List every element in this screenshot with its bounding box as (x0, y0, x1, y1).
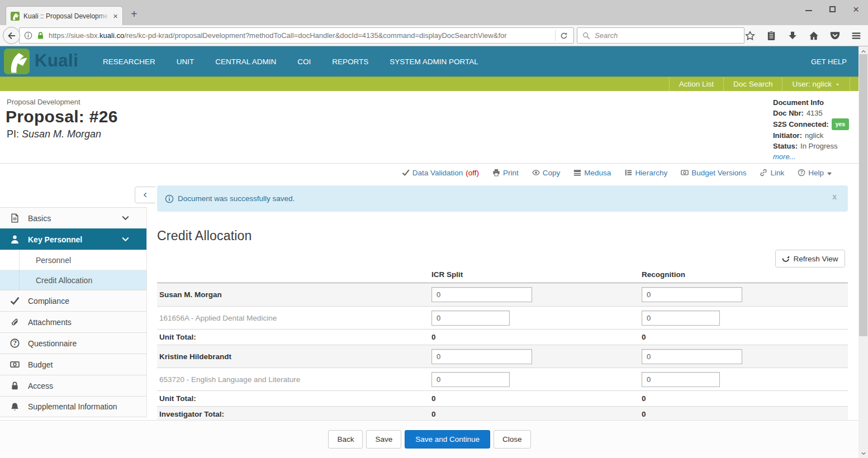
sidebar-item-attachments[interactable]: Attachments (0, 311, 146, 332)
expand-caret-icon (121, 235, 130, 244)
home-icon[interactable] (809, 31, 819, 41)
sidebar-item-budget[interactable]: Budget (0, 354, 146, 375)
toolbar-data-validation[interactable]: Data Validation(off) (402, 169, 479, 177)
search-input[interactable] (595, 31, 739, 40)
hierarchy-icon (624, 169, 632, 176)
browser-action-icons (745, 25, 861, 46)
scrollbar-thumb[interactable] (859, 54, 867, 336)
secure-lock-icon (36, 31, 45, 40)
compliance-icon (10, 296, 20, 306)
recognition-total: 0 (642, 391, 646, 407)
nav-central-admin[interactable]: CENTRAL ADMIN (205, 58, 287, 66)
downloads-icon[interactable] (788, 31, 798, 41)
actionbar-user-nglick[interactable]: User: nglick (782, 77, 850, 91)
table-row: Unit Total:00 (157, 390, 848, 406)
sidebar-item-credit-allocation[interactable]: Credit Allocation (0, 270, 146, 290)
browser-tab[interactable]: Kuali :: Proposal Developme × (6, 6, 123, 25)
nav-reports[interactable]: REPORTS (321, 58, 379, 66)
close-button[interactable]: Close (494, 430, 531, 449)
icr-split-input[interactable] (431, 311, 510, 326)
sidebar-item-basics[interactable]: Basics (0, 207, 146, 228)
document-info: Document InfoDoc Nbr:4135S2S Connected:y… (773, 97, 849, 162)
sidebar-item-supplemental-information[interactable]: Supplemental Information (0, 396, 146, 417)
get-help-link[interactable]: GET HELP (811, 46, 847, 77)
refresh-icon (782, 255, 790, 263)
kuali-logo-icon[interactable] (4, 49, 30, 74)
recognition-input[interactable] (642, 349, 742, 364)
table-row: 653720 - English Language and Literature (157, 368, 848, 390)
new-tab-button[interactable]: + (131, 8, 137, 20)
kuali-favicon-icon (11, 12, 20, 21)
budget-icon (10, 360, 20, 369)
user-caret-icon (835, 82, 840, 87)
browser-titlebar: Kuali :: Proposal Developme × + × (0, 0, 868, 25)
access-icon (10, 381, 20, 390)
info-circle-icon (165, 194, 174, 203)
pocket-icon[interactable] (830, 31, 840, 41)
page-info-icon[interactable] (24, 31, 32, 40)
docinfo-status: Status:In Progress (773, 141, 849, 151)
nav-system-admin-portal[interactable]: SYSTEM ADMIN PORTAL (379, 58, 489, 66)
icr-split-input[interactable] (431, 287, 532, 302)
recognition-total: 0 (642, 330, 646, 345)
table-row: Susan M. Morgan (157, 283, 848, 306)
toolbar-link[interactable]: Link (760, 169, 784, 177)
tab-title: Kuali :: Proposal Developme (23, 12, 110, 20)
save-button[interactable]: Save (366, 430, 401, 449)
docinfo-s2s-connected: S2S Connected:yes (773, 118, 849, 130)
sidebar-item-compliance[interactable]: Compliance (0, 290, 146, 311)
recognition-input[interactable] (642, 311, 720, 326)
basics-icon (10, 213, 20, 223)
toolbar-help[interactable]: ?Help (798, 168, 836, 178)
nav-researcher[interactable]: RESEARCHER (92, 58, 166, 66)
nav-unit[interactable]: UNIT (166, 58, 205, 66)
maximize-icon[interactable] (829, 6, 836, 12)
url-bar[interactable]: https://siue-sbx.kuali.co/res/kc-pd-krad… (19, 27, 574, 44)
sidebar-item-access[interactable]: Access (0, 375, 146, 396)
sidebar-item-questionnaire[interactable]: ?Questionnaire (0, 332, 146, 354)
back-button[interactable] (3, 27, 20, 44)
sidebar-item-key-personnel[interactable]: Key Personnel (0, 228, 146, 250)
footer-action-bar: BackSaveSave and ContinueClose (0, 420, 859, 458)
app-label: Proposal Development (7, 98, 80, 106)
toolbar-medusa[interactable]: Medusa (573, 169, 611, 177)
reload-icon[interactable] (560, 32, 568, 40)
action-bar: Action ListDoc SearchUser: nglick (0, 77, 868, 91)
refresh-view-button[interactable]: Refresh View (775, 250, 845, 268)
bookmark-star-icon[interactable] (745, 31, 755, 41)
scroll-down-icon[interactable] (858, 449, 868, 457)
back-button[interactable]: Back (328, 430, 363, 449)
icr-split-input[interactable] (431, 372, 510, 387)
more-link[interactable]: more... (773, 151, 849, 162)
recognition-input[interactable] (642, 287, 742, 302)
tab-close-icon[interactable]: × (113, 12, 118, 20)
alert-close-button[interactable]: x (832, 193, 837, 201)
table-row: Kristine Hildebrandt (157, 345, 848, 368)
actionbar-action-list[interactable]: Action List (669, 77, 723, 91)
icr-split-input[interactable] (431, 349, 532, 364)
sidebar-collapse-button[interactable] (135, 187, 155, 203)
actionbar-doc-search[interactable]: Doc Search (723, 77, 782, 91)
toolbar-print[interactable]: Print (492, 169, 519, 177)
row-label: Susan M. Morgan (159, 283, 222, 306)
sidebar-item-personnel[interactable]: Personnel (0, 250, 146, 270)
budget-versions-icon (681, 169, 689, 176)
close-icon[interactable]: × (853, 4, 859, 15)
nav-coi[interactable]: COI (287, 58, 321, 66)
docinfo-doc-nbr: Doc Nbr:4135 (773, 108, 849, 118)
toolbar-copy[interactable]: Copy (532, 169, 561, 177)
toolbar-hierarchy[interactable]: Hierarchy (624, 169, 667, 177)
minimize-icon[interactable] (805, 10, 812, 11)
page-scrollbar[interactable] (858, 46, 868, 458)
page-title: Proposal: #26 (6, 107, 118, 126)
search-bar[interactable] (577, 27, 744, 44)
menu-icon[interactable] (851, 31, 861, 41)
recognition-input[interactable] (642, 372, 720, 387)
toolbar-budget-versions[interactable]: Budget Versions (681, 169, 746, 177)
table-row: 161656A - Applied Dental Medicine (157, 306, 848, 329)
total-label: Unit Total: (159, 391, 196, 407)
save-and-continue-button[interactable]: Save and Continue (405, 430, 490, 449)
reading-list-icon[interactable] (766, 31, 776, 41)
document-toolbar: Data Validation(off)PrintCopyMedusaHiera… (0, 164, 868, 182)
section-title: Credit Allocation (157, 228, 252, 244)
